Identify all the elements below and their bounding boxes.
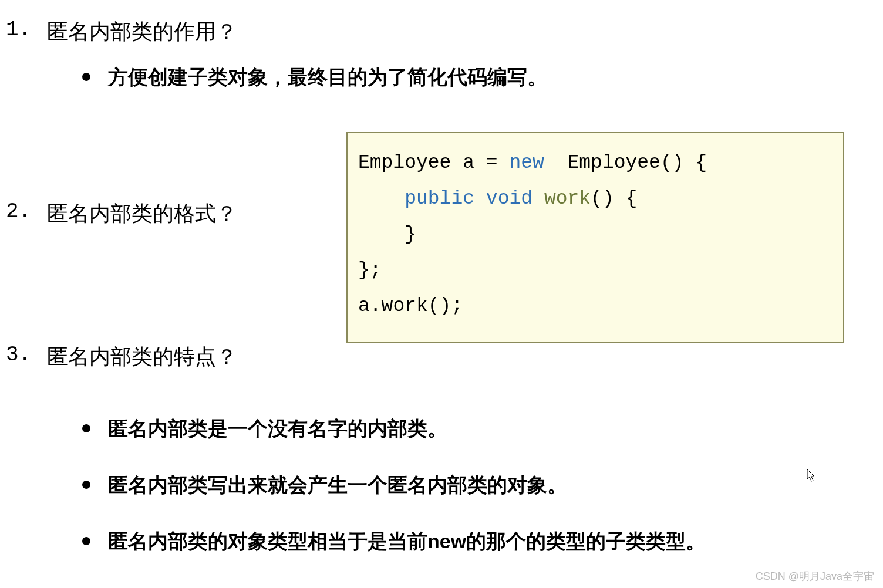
- bullet-item: 匿名内部类写出来就会产生一个匿名内部类的对象。: [82, 472, 877, 499]
- method-work: work: [544, 188, 591, 209]
- bullets-1: 方便创建子类对象，最终目的为了简化代码编写。: [82, 64, 877, 91]
- question-1-text: 匿名内部类的作用？: [47, 18, 237, 46]
- code-line-5: a.work();: [358, 288, 833, 324]
- bullet-icon: [82, 537, 90, 545]
- bullet-text: 匿名内部类写出来就会产生一个匿名内部类的对象。: [108, 472, 567, 499]
- code-example: Employee a = new Employee() { public voi…: [346, 132, 844, 343]
- watermark: CSDN @明月Java全宇宙: [756, 569, 874, 583]
- bullet-item: 匿名内部类的对象类型相当于是当前new的那个的类型的子类类型。: [82, 528, 877, 555]
- cursor-icon: [807, 469, 817, 482]
- keyword-public: public: [405, 188, 474, 209]
- number-3: 3.: [6, 343, 35, 367]
- question-2-text: 匿名内部类的格式？: [47, 200, 237, 228]
- bullet-icon: [82, 424, 90, 432]
- keyword-void: void: [486, 188, 533, 209]
- number-1: 1.: [6, 18, 35, 42]
- code-line-1: Employee a = new Employee() {: [358, 145, 833, 181]
- bullet-item: 匿名内部类是一个没有名字的内部类。: [82, 415, 877, 442]
- code-line-2: public void work() {: [358, 181, 833, 217]
- bullets-3: 匿名内部类是一个没有名字的内部类。 匿名内部类写出来就会产生一个匿名内部类的对象…: [82, 415, 877, 555]
- question-3-text: 匿名内部类的特点？: [47, 343, 237, 371]
- bullet-icon: [82, 481, 90, 489]
- bullet-text: 匿名内部类是一个没有名字的内部类。: [108, 415, 447, 442]
- bullet-icon: [82, 73, 90, 81]
- question-1: 1. 匿名内部类的作用？: [6, 18, 877, 46]
- question-3: 3. 匿名内部类的特点？: [6, 343, 877, 371]
- bullet-text: 方便创建子类对象，最终目的为了简化代码编写。: [108, 64, 547, 91]
- bullet-text: 匿名内部类的对象类型相当于是当前new的那个的类型的子类类型。: [108, 528, 706, 555]
- keyword-new: new: [509, 152, 544, 174]
- number-2: 2.: [6, 200, 35, 224]
- bullet-item: 方便创建子类对象，最终目的为了简化代码编写。: [82, 64, 877, 91]
- code-line-3: }: [358, 217, 833, 252]
- code-line-4: };: [358, 252, 833, 288]
